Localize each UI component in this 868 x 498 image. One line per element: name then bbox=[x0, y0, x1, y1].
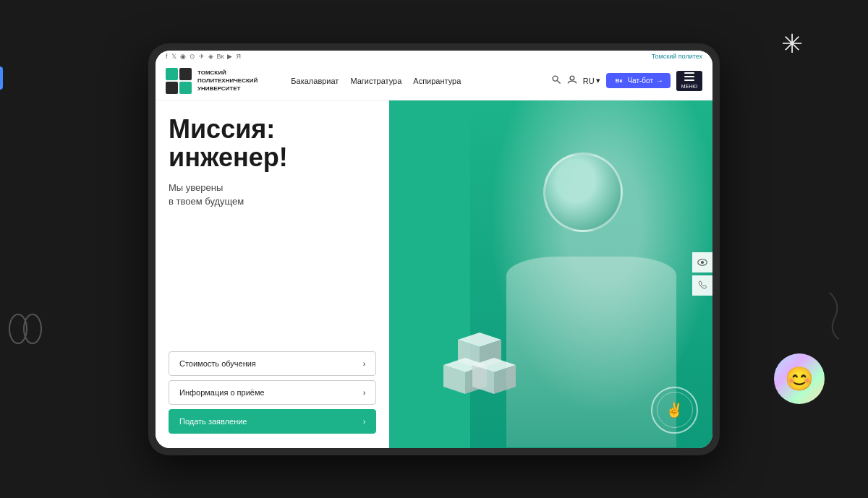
top-politex-link[interactable]: Томский политех bbox=[652, 53, 702, 60]
astronaut-body bbox=[506, 257, 676, 448]
circle-badge: ✌ bbox=[651, 387, 698, 434]
phone-icon bbox=[698, 280, 707, 291]
website-content: f 𝕏 ◉ ⊙ ✈ ◈ Вк ▶ Я Томский политех bbox=[156, 51, 712, 448]
search-button[interactable] bbox=[0, 68, 1, 88]
cubes-decoration bbox=[429, 325, 523, 412]
circle-badge-inner: ✌ bbox=[657, 392, 693, 428]
svg-point-1 bbox=[24, 314, 41, 343]
main-nav: Бакалавриат Магистратура Аспирантура bbox=[291, 77, 539, 85]
social-icon-vk2[interactable]: Вк bbox=[217, 53, 224, 60]
eye-icon-button[interactable] bbox=[692, 252, 712, 272]
left-panel: Миссия: инженер! Мы уверены в твоем буду… bbox=[156, 100, 389, 448]
tablet-frame: f 𝕏 ◉ ⊙ ✈ ◈ Вк ▶ Я Томский политех bbox=[148, 43, 720, 455]
cta-admission-arrow: › bbox=[363, 388, 366, 397]
smiley-decoration: 😊 bbox=[774, 353, 825, 404]
social-icon-dz[interactable]: ◈ bbox=[208, 53, 213, 60]
menu-label: МЕНЮ bbox=[681, 84, 698, 89]
star-decoration: ✳ bbox=[781, 29, 803, 59]
svg-point-6 bbox=[570, 76, 574, 80]
nav-item-aspirant[interactable]: Аспирантура bbox=[413, 77, 461, 85]
social-icon-f[interactable]: f bbox=[166, 53, 168, 60]
right-panel: ✌ bbox=[389, 100, 712, 448]
cta-admission-label: Информация о приёме bbox=[179, 388, 265, 397]
chatbot-arrow: → bbox=[656, 77, 663, 85]
phone-icon-button[interactable] bbox=[692, 275, 712, 296]
blob-decoration bbox=[7, 307, 43, 353]
social-icon-yzen[interactable]: Я bbox=[236, 53, 241, 60]
cta-cost-button[interactable]: Стоимость обучения › bbox=[169, 351, 376, 376]
main-content: Миссия: инженер! Мы уверены в твоем буду… bbox=[156, 100, 712, 448]
hero-subtitle: Мы уверены в твоем будущем bbox=[169, 181, 376, 209]
logo-cell-2 bbox=[179, 68, 192, 80]
logo-cell-3 bbox=[166, 82, 178, 94]
language-button[interactable]: RU ▾ bbox=[583, 76, 600, 85]
logo-cell-1 bbox=[166, 68, 178, 80]
vk-badge: Вк bbox=[613, 77, 625, 85]
cta-apply-arrow: › bbox=[363, 417, 366, 426]
svg-point-0 bbox=[9, 314, 27, 343]
social-icon-ok[interactable]: ⊙ bbox=[190, 53, 195, 60]
swirl-decoration bbox=[804, 282, 861, 357]
side-icons bbox=[692, 252, 712, 296]
logo-text: ТОМСКИЙ ПОЛИТЕХНИЧЕСКИЙ УНИВЕРСИТЕТ bbox=[197, 69, 258, 93]
chatbot-button[interactable]: Вк Чат-бот → bbox=[606, 73, 671, 88]
social-icon-ig[interactable]: ◉ bbox=[180, 53, 186, 60]
cta-cost-arrow: › bbox=[363, 359, 366, 368]
social-icon-tg[interactable]: ✈ bbox=[199, 53, 205, 60]
menu-line-3 bbox=[684, 80, 694, 81]
cta-apply-button[interactable]: Подать заявление › bbox=[169, 409, 376, 434]
peace-icon: ✌ bbox=[665, 401, 684, 418]
cta-cost-label: Стоимость обучения bbox=[179, 359, 256, 368]
header-actions: RU ▾ Вк Чат-бот → МЕНЮ bbox=[551, 71, 702, 91]
cta-buttons: Стоимость обучения › Информация о приёме… bbox=[169, 351, 376, 434]
social-icon-yt[interactable]: ▶ bbox=[227, 53, 232, 60]
social-top-bar: f 𝕏 ◉ ⊙ ✈ ◈ Вк ▶ Я Томский политех bbox=[156, 51, 712, 62]
logo-icon bbox=[166, 68, 192, 94]
eye-icon bbox=[697, 257, 707, 267]
nav-item-bakalavr[interactable]: Бакалавриат bbox=[291, 77, 339, 85]
search-input-wrapper bbox=[0, 66, 3, 90]
search-header-icon[interactable] bbox=[551, 74, 561, 87]
cta-admission-button[interactable]: Информация о приёме › bbox=[169, 380, 376, 405]
hero-title: Миссия: инженер! bbox=[169, 115, 376, 172]
svg-point-4 bbox=[553, 76, 558, 81]
svg-point-17 bbox=[701, 261, 704, 264]
cta-apply-label: Подать заявление bbox=[179, 417, 247, 426]
menu-button[interactable]: МЕНЮ bbox=[676, 71, 702, 91]
nav-item-magistr[interactable]: Магистратура bbox=[350, 77, 401, 85]
header: ТОМСКИЙ ПОЛИТЕХНИЧЕСКИЙ УНИВЕРСИТЕТ Бака… bbox=[156, 62, 712, 100]
chatbot-label: Чат-бот bbox=[627, 77, 653, 85]
menu-line-2 bbox=[684, 76, 694, 77]
search-overlay bbox=[0, 66, 3, 90]
social-icon-tw[interactable]: 𝕏 bbox=[171, 53, 176, 60]
menu-line-1 bbox=[684, 72, 694, 74]
astronaut-helmet bbox=[543, 153, 623, 232]
profile-header-icon[interactable] bbox=[567, 74, 577, 87]
logo-cell-4 bbox=[179, 82, 192, 94]
svg-line-5 bbox=[557, 80, 560, 83]
logo-area: ТОМСКИЙ ПОЛИТЕХНИЧЕСКИЙ УНИВЕРСИТЕТ bbox=[166, 68, 258, 94]
hero-text: Миссия: инженер! Мы уверены в твоем буду… bbox=[169, 115, 376, 209]
